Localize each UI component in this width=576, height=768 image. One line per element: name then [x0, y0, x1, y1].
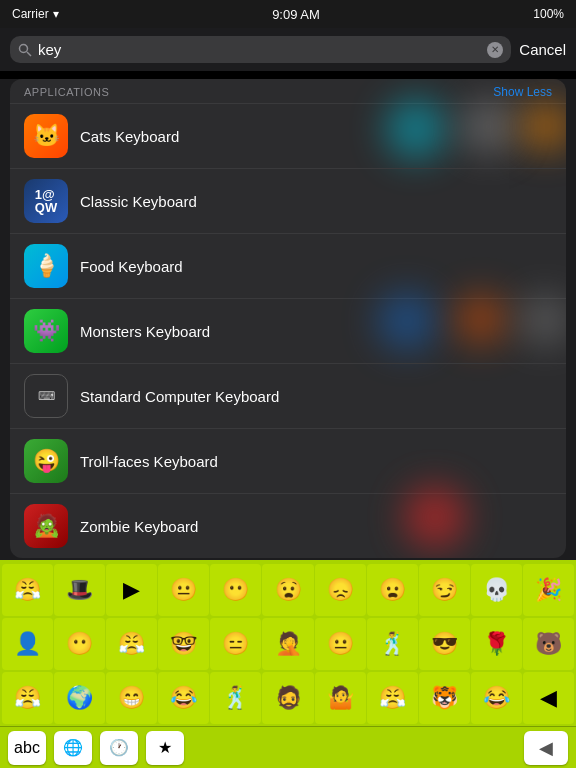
- next-icon: ◀: [539, 737, 553, 759]
- status-time: 9:09 AM: [272, 7, 320, 22]
- svg-point-0: [20, 44, 28, 52]
- app-row-cats[interactable]: 🐱 Cats Keyboard: [10, 103, 566, 168]
- sticker-item[interactable]: 🌍: [54, 672, 105, 724]
- sticker-item[interactable]: 🐻: [523, 618, 574, 670]
- blob-orange2: [456, 294, 506, 344]
- sticker-item[interactable]: 🎩: [54, 564, 105, 616]
- star-button[interactable]: ★: [146, 731, 184, 765]
- blob-blue: [378, 292, 436, 350]
- sticker-item[interactable]: 💀: [471, 564, 522, 616]
- sticker-item[interactable]: 🎉: [523, 564, 574, 616]
- search-icon: [18, 43, 32, 57]
- sticker-item[interactable]: 😶: [210, 564, 261, 616]
- sticker-row-2: 👤 😶 😤 🤓 😑 🤦 😐 🕺 😎 🌹 🐻: [2, 618, 574, 670]
- sticker-item[interactable]: 😧: [262, 564, 313, 616]
- keyboard-area: 😤 🎩 ▶ 😐 😶 😧 😞 😦 😏 💀 🎉 👤 😶 😤 🤓 😑 🤦 😐 🕺 😎 …: [0, 560, 576, 768]
- sticker-item[interactable]: 🐯: [419, 672, 470, 724]
- sticker-item[interactable]: 🤦: [262, 618, 313, 670]
- sticker-row-1: 😤 🎩 ▶ 😐 😶 😧 😞 😦 😏 💀 🎉: [2, 564, 574, 616]
- sticker-item[interactable]: 😐: [158, 564, 209, 616]
- sticker-item[interactable]: ◀: [523, 672, 574, 724]
- sticker-row-3: 😤 🌍 😁 😂 🕺 🧔 🤷 😤 🐯 😂 ◀: [2, 672, 574, 724]
- app-icon-food: 🍦: [24, 244, 68, 288]
- app-row-troll[interactable]: 😜 Troll-faces Keyboard: [10, 428, 566, 493]
- search-bar: ✕ Cancel: [0, 28, 576, 71]
- applications-section: APPLICATIONS Show Less 🐱 Cats Keyboard 1…: [10, 79, 566, 558]
- sticker-item[interactable]: 😤: [2, 672, 53, 724]
- app-icon-cats: 🐱: [24, 114, 68, 158]
- clock-icon: 🕐: [109, 738, 129, 757]
- sticker-item[interactable]: 😎: [419, 618, 470, 670]
- app-row-monsters[interactable]: 👾 Monsters Keyboard: [10, 298, 566, 363]
- app-row-food[interactable]: 🍦 Food Keyboard: [10, 233, 566, 298]
- sticker-item[interactable]: 😑: [210, 618, 261, 670]
- carrier-label: Carrier: [12, 7, 49, 21]
- app-row-standard[interactable]: ⌨ Standard Computer Keyboard: [10, 363, 566, 428]
- show-less-button[interactable]: Show Less: [493, 85, 552, 99]
- app-name-classic: Classic Keyboard: [80, 193, 197, 210]
- app-icon-standard: ⌨: [24, 374, 68, 418]
- sticker-item[interactable]: 🤷: [315, 672, 366, 724]
- sticker-item[interactable]: 😐: [315, 618, 366, 670]
- sticker-item[interactable]: 😂: [158, 672, 209, 724]
- blob-orange-cats: [521, 101, 566, 151]
- sticker-item[interactable]: 🕺: [210, 672, 261, 724]
- star-icon: ★: [158, 738, 172, 757]
- abc-button[interactable]: abc: [8, 731, 46, 765]
- sticker-item[interactable]: 😶: [54, 618, 105, 670]
- sticker-item[interactable]: 😏: [419, 564, 470, 616]
- app-row-classic[interactable]: 1@QW Classic Keyboard: [10, 168, 566, 233]
- globe-icon: 🌐: [63, 738, 83, 757]
- status-left: Carrier ▾: [12, 7, 59, 21]
- sticker-item[interactable]: 😤: [106, 618, 157, 670]
- sticker-item[interactable]: 🌹: [471, 618, 522, 670]
- sticker-rows: 😤 🎩 ▶ 😐 😶 😧 😞 😦 😏 💀 🎉 👤 😶 😤 🤓 😑 🤦 😐 🕺 😎 …: [0, 560, 576, 726]
- next-keyboard-button[interactable]: ◀: [524, 731, 568, 765]
- blob-gray2: [519, 294, 566, 346]
- sticker-item[interactable]: 😦: [367, 564, 418, 616]
- status-battery: 100%: [533, 7, 564, 21]
- status-bar: Carrier ▾ 9:09 AM 100%: [0, 0, 576, 28]
- globe-button[interactable]: 🌐: [54, 731, 92, 765]
- app-name-standard: Standard Computer Keyboard: [80, 388, 279, 405]
- blob-red: [404, 486, 466, 548]
- sticker-item[interactable]: 😁: [106, 672, 157, 724]
- sticker-item[interactable]: 🤓: [158, 618, 209, 670]
- keyboard-toolbar: abc 🌐 🕐 ★ ◀: [0, 726, 576, 768]
- clock-button[interactable]: 🕐: [100, 731, 138, 765]
- sticker-item[interactable]: 👤: [2, 618, 53, 670]
- app-icon-zombie: 🧟: [24, 504, 68, 548]
- app-name-food: Food Keyboard: [80, 258, 183, 275]
- clear-button[interactable]: ✕: [487, 42, 503, 58]
- sticker-item[interactable]: 😤: [2, 564, 53, 616]
- sticker-item[interactable]: 🧔: [262, 672, 313, 724]
- app-icon-troll: 😜: [24, 439, 68, 483]
- app-icon-classic: 1@QW: [24, 179, 68, 223]
- sticker-item[interactable]: 😞: [315, 564, 366, 616]
- app-name-troll: Troll-faces Keyboard: [80, 453, 218, 470]
- cancel-button[interactable]: Cancel: [519, 41, 566, 58]
- sticker-item[interactable]: 😤: [367, 672, 418, 724]
- app-icon-monsters: 👾: [24, 309, 68, 353]
- sticker-item[interactable]: 🕺: [367, 618, 418, 670]
- search-input-container[interactable]: ✕: [10, 36, 511, 63]
- blob-teal: [386, 99, 446, 159]
- app-name-cats: Cats Keyboard: [80, 128, 179, 145]
- abc-label: abc: [14, 739, 40, 757]
- app-name-zombie: Zombie Keyboard: [80, 518, 198, 535]
- blob-gray: [461, 99, 516, 154]
- section-title: APPLICATIONS: [24, 86, 109, 98]
- app-row-zombie[interactable]: 🧟 Zombie Keyboard: [10, 493, 566, 558]
- app-name-monsters: Monsters Keyboard: [80, 323, 210, 340]
- sticker-item[interactable]: 😂: [471, 672, 522, 724]
- sticker-item[interactable]: ▶: [106, 564, 157, 616]
- wifi-icon: ▾: [53, 7, 59, 21]
- svg-line-1: [27, 52, 31, 56]
- search-input[interactable]: [38, 41, 481, 58]
